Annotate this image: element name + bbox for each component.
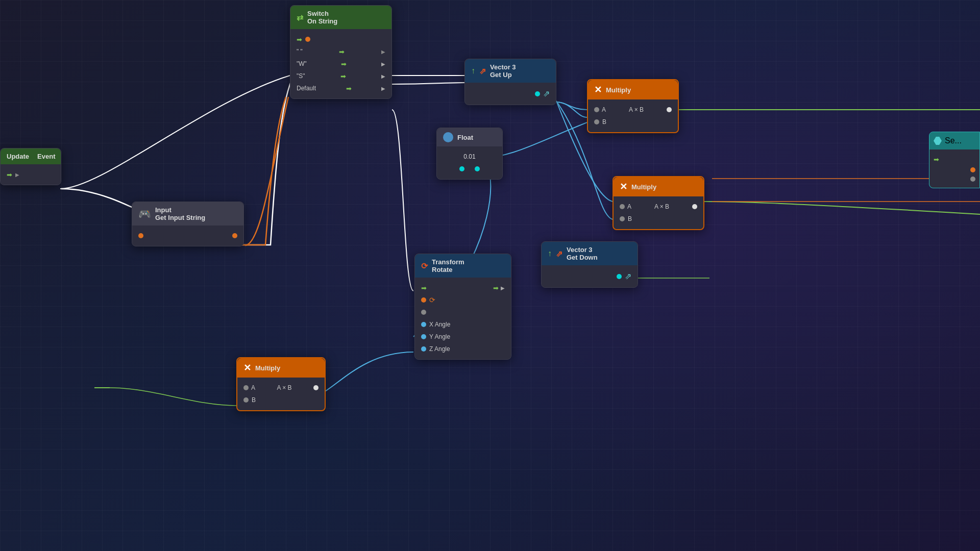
vec3-down-output-icon: ⇗ [625,271,631,281]
float-value: 0.01 [463,153,475,160]
multiply-mid-axb-row: A A × B [614,201,703,213]
vec3-up-title: Vector 3 [490,63,516,71]
switch-exec-row: ➡ [290,33,391,45]
mult-top-a-label: A [602,106,606,113]
mult-top-a-port [594,107,599,112]
vec3-down-subtitle: Get Down [567,254,598,261]
vec3-down-title: Vector 3 [567,246,598,254]
se-diamond-icon [934,137,942,145]
update-event-exec-row: ➡ ▶ [1,168,61,181]
mult-bot-b-port [243,397,249,403]
transform-z-angle-row: Z Angle [415,343,511,355]
transform-x-label: X Angle [429,321,450,328]
transform-empty-row [415,306,511,318]
input-string-body [132,226,243,246]
se-gray-port [970,177,975,182]
input-string-node[interactable]: 🎮 Input Get Input String [132,202,244,246]
switch-body: ➡ " " ➡ ▶ "W" ➡ ▶ "S" ➡ ▶ Default ➡ ▶ [290,29,391,98]
multiply-mid-b-row: B [614,213,703,225]
vec3-up-body: ⇗ [465,83,556,105]
update-event-header: Update Event [1,148,61,164]
switch-tri-empty: ▶ [381,49,385,55]
float-header: Float [437,128,502,146]
switch-arrow-empty: ➡ [339,48,345,56]
switch-row-default: Default ➡ ▶ [290,82,391,94]
input-string-ports [132,230,243,242]
update-event-body: ➡ ▶ [1,164,61,185]
switch-title: Switch [307,10,337,17]
input-title: Input [155,206,205,214]
transform-y-angle-row: Y Angle [415,331,511,343]
switch-arrow-default: ➡ [346,85,352,92]
multiply-bot-node[interactable]: ✕ Multiply A A × B B [236,357,326,411]
input-string-header: 🎮 Input Get Input String [132,202,243,226]
switch-row-w: "W" ➡ ▶ [290,58,391,70]
multiply-top-node[interactable]: ✕ Multiply A A × B B [587,79,679,133]
vec3-get-down-node[interactable]: ↑ ⇗ Vector 3 Get Down ⇗ [541,241,638,288]
transform-title: Transform [432,258,464,266]
update-event-node[interactable]: Update Event ➡ ▶ [0,148,61,185]
transform-exec-row: ➡ ➡ ▶ [415,282,511,294]
transform-z-label: Z Angle [429,345,450,353]
mult-mid-a-port [620,204,625,209]
transform-empty-port [421,310,426,315]
transform-exec-out: ➡ [493,284,499,292]
se-row1: ➡ [934,154,975,165]
transform-x-port [421,322,426,327]
transform-tri-out: ▶ [501,285,505,291]
switch-label-empty: " " [297,48,303,55]
transform-x-angle-row: X Angle [415,318,511,331]
vec3-get-up-node[interactable]: ↑ ⇗ Vector 3 Get Up ⇗ [464,59,556,105]
transform-object-row: ⟳ [415,294,511,306]
mult-bot-axb-port [313,385,318,390]
mult-mid-b-label: B [628,215,632,222]
multiply-mid-body: A A × B B [614,196,703,229]
se-row3 [934,174,975,184]
multiply-top-b-row: B [588,116,678,128]
switch-row-empty: " " ➡ ▶ [290,45,391,58]
vec3-down-body: ⇗ [542,265,638,287]
mult-top-axb-port [667,107,672,112]
switch-label-default: Default [297,85,316,92]
vec3-down-icon2: ⇗ [556,249,562,259]
transform-exec-in: ➡ [421,284,427,292]
switch-row-s: "S" ➡ ▶ [290,70,391,82]
float-port-row [437,163,502,175]
input-orange-port-left [138,233,143,238]
vec3-up-output: ⇗ [465,87,556,101]
multiply-bot-b-row: B [237,394,325,406]
se-title: Se... [945,136,962,145]
multiply-top-header: ✕ Multiply [588,80,678,99]
multiply-mid-title: Multiply [631,183,656,191]
exec-arrow-icon: ➡ [7,171,12,179]
transform-rotate-header: ⟳ Transform Rotate [415,254,511,278]
se-node[interactable]: Se... ➡ [929,132,980,188]
vec3-down-icon: ↑ [548,249,552,258]
transform-rotate-node[interactable]: ⟳ Transform Rotate ➡ ➡ ▶ ⟳ X Angle [414,254,511,360]
float-out-port-2 [475,166,480,171]
vec3-up-out-port [535,91,540,96]
vec3-down-header: ↑ ⇗ Vector 3 Get Down [542,242,638,265]
vec3-up-output-icon: ⇗ [543,89,550,98]
transform-rotate-body: ➡ ➡ ▶ ⟳ X Angle Y Angle Z Angle [415,278,511,359]
mult-bot-a-port [243,385,249,390]
switch-arrow-w: ➡ [341,60,347,68]
se-body: ➡ [929,149,979,188]
multiply-mid-node[interactable]: ✕ Multiply A A × B B [612,176,704,230]
switch-icon: ⇄ [297,13,303,22]
input-subtitle: Get Input String [155,214,205,221]
switch-on-string-node[interactable]: ⇄ Switch On String ➡ " " ➡ ▶ "W" ➡ ▶ "S"… [290,5,392,99]
vec3-up-icon2: ⇗ [479,66,486,76]
se-arrow-icon: ➡ [934,156,939,163]
vec3-up-header: ↑ ⇗ Vector 3 Get Up [465,59,556,83]
mult-mid-axb-label: A × B [654,203,669,210]
multiply-bot-axb-row: A A × B [237,382,325,394]
vec3-down-out-port [617,274,622,279]
se-row2 [934,165,975,174]
update-event-subtitle: Event [37,153,55,160]
switch-label-w: "W" [297,60,307,67]
vec3-up-icon: ↑ [471,66,475,76]
mult-mid-b-port [620,216,625,221]
float-node[interactable]: Float 0.01 [436,128,503,180]
vec3-down-output: ⇗ [542,269,638,283]
